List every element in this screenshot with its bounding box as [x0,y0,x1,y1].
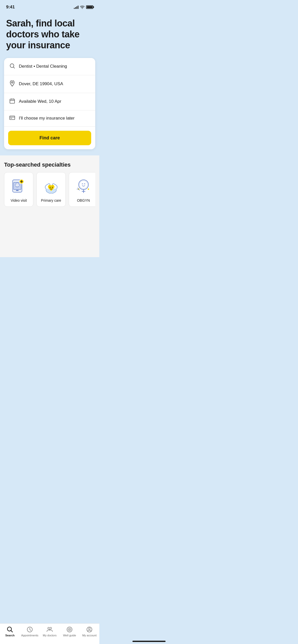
primary-care-label: Primary care [41,198,61,202]
specialty-card-primary-care[interactable]: Primary care [36,172,66,207]
specialty-value: Dentist • Dental Cleaning [19,64,67,69]
location-value: Dover, DE 19904, USA [19,81,63,86]
status-icons [74,5,93,9]
svg-point-16 [80,181,87,188]
video-visit-icon [10,178,28,195]
top-specialties-title: Top-searched specialties [4,162,95,168]
date-value: Available Wed, 10 Apr [19,99,61,104]
battery-icon [86,5,93,9]
svg-rect-4 [10,116,15,119]
specialty-card-obgyn[interactable]: OBGYN [69,172,95,207]
signal-icon [74,5,78,9]
hero-section: Sarah, find local doctors who take your … [0,13,99,58]
svg-point-8 [15,183,19,187]
svg-rect-3 [10,99,15,103]
search-card: Dentist • Dental Cleaning Dover, DE 1990… [4,58,95,149]
svg-point-2 [11,82,13,83]
video-visit-label: Video visit [11,198,27,202]
specialties-grid: Video visit Primary care [4,172,95,209]
find-care-wrapper: Find care [4,127,95,149]
svg-rect-5 [10,118,12,118]
location-icon [9,80,15,88]
svg-point-0 [82,8,83,9]
calendar-icon [9,98,15,105]
hero-title: Sarah, find local doctors who take your … [6,18,93,51]
obgyn-icon [75,178,92,195]
insurance-icon [9,115,15,121]
search-icon [9,63,15,70]
status-bar: 9:41 [0,0,99,13]
obgyn-label: OBGYN [77,198,90,202]
location-row[interactable]: Dover, DE 19904, USA [4,75,95,93]
specialty-card-video-visit[interactable]: Video visit [4,172,33,207]
date-row[interactable]: Available Wed, 10 Apr [4,93,95,110]
status-time: 9:41 [6,5,15,10]
svg-point-14 [52,187,53,188]
svg-point-9 [16,184,17,185]
svg-point-18 [88,188,89,189]
insurance-row[interactable]: I'll choose my insurance later [4,110,95,127]
main-content: Top-searched specialties Video visit [0,155,99,257]
primary-care-icon [42,178,60,195]
find-care-button[interactable]: Find care [8,131,91,145]
svg-point-10 [18,184,18,185]
svg-rect-12 [16,190,19,191]
svg-point-13 [49,187,50,188]
specialty-row[interactable]: Dentist • Dental Cleaning [4,58,95,75]
wifi-icon [80,5,85,9]
insurance-value: I'll choose my insurance later [19,116,75,121]
